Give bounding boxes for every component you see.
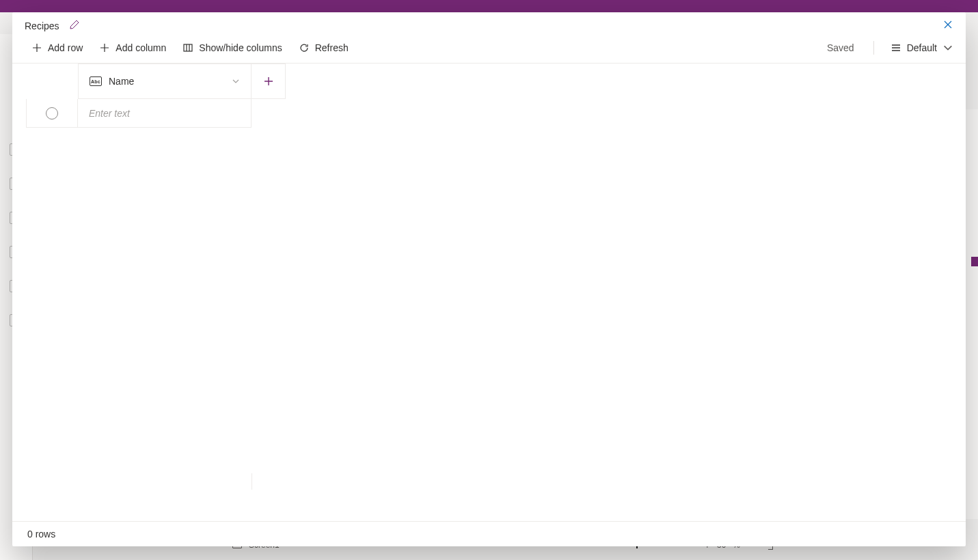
edit-icon[interactable] <box>69 19 80 33</box>
background-right-accent <box>971 257 978 266</box>
refresh-button[interactable]: Refresh <box>299 42 349 53</box>
show-hide-label: Show/hide columns <box>199 42 282 53</box>
table-name: Recipes <box>25 20 59 31</box>
saved-status: Saved <box>827 42 857 53</box>
table-editor-dialog: Recipes Add row Add column Show/hide col… <box>12 12 966 546</box>
column-header-row: Abc Name <box>26 64 966 99</box>
add-column-button[interactable]: Add column <box>99 42 166 53</box>
data-grid: Abc Name <box>12 64 966 521</box>
dialog-header: Recipes <box>12 12 966 38</box>
chevron-down-icon <box>942 42 953 53</box>
view-selector[interactable]: Default <box>891 42 953 53</box>
grid-guide-line <box>252 473 252 490</box>
name-input[interactable] <box>89 108 240 119</box>
column-name-label: Name <box>109 76 134 87</box>
add-column-label: Add column <box>116 42 166 53</box>
row-select-header <box>26 64 78 99</box>
new-row <box>26 99 966 128</box>
add-row-button[interactable]: Add row <box>31 42 83 53</box>
show-hide-columns-button[interactable]: Show/hide columns <box>182 42 282 53</box>
row-select-circle-icon <box>46 107 58 120</box>
chevron-down-icon <box>232 77 240 85</box>
view-label: Default <box>907 42 937 53</box>
toolbar-divider <box>873 41 874 55</box>
column-header-name[interactable]: Abc Name <box>78 64 252 99</box>
row-count: 0 rows <box>27 529 55 540</box>
background-topbar <box>0 0 978 12</box>
add-row-label: Add row <box>48 42 83 53</box>
dialog-footer: 0 rows <box>12 521 966 546</box>
close-button[interactable] <box>942 19 953 33</box>
add-column-plus-button[interactable] <box>252 64 286 99</box>
svg-rect-0 <box>184 44 192 51</box>
cell-name[interactable] <box>78 99 252 128</box>
row-selector[interactable] <box>26 99 78 128</box>
text-type-icon: Abc <box>90 76 102 86</box>
toolbar: Add row Add column Show/hide columns Ref… <box>12 38 966 64</box>
refresh-label: Refresh <box>315 42 349 53</box>
